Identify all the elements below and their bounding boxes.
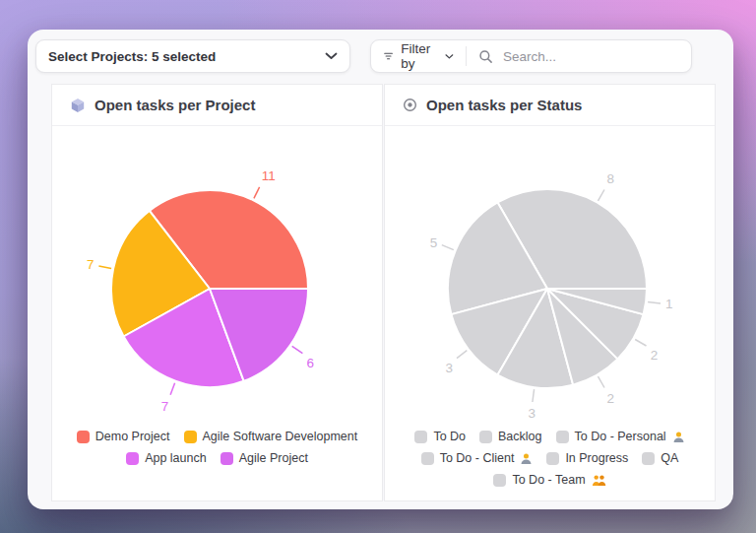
legend-item-agile-project[interactable]: Agile Project: [220, 451, 308, 465]
team-icon: [592, 474, 606, 487]
legend-item-in-progress[interactable]: In Progress: [546, 451, 628, 465]
pie-callout-line: [170, 383, 175, 395]
filter-by-button[interactable]: Filter by: [371, 40, 466, 72]
legend-swatch: [493, 474, 506, 487]
pie-callout-line: [98, 266, 111, 269]
legend-label: Agile Software Development: [203, 430, 358, 443]
status-radio-icon: [403, 98, 417, 112]
pie-chart-status: 8533221: [385, 126, 715, 428]
legend-item-agile-software-development[interactable]: Agile Software Development: [184, 430, 358, 443]
legend-label: Backlog: [498, 430, 541, 443]
pie-value-label: 2: [651, 348, 659, 363]
pie-value-label: 6: [307, 356, 315, 370]
person-emoji: [672, 431, 685, 443]
search-box: [467, 40, 691, 72]
projects-legend: Demo ProjectAgile Software DevelopmentAp…: [52, 428, 382, 465]
legend-swatch: [421, 452, 434, 465]
pie-value-label: 1: [665, 297, 673, 311]
pie-callout-line: [598, 376, 605, 387]
legend-label: To Do - Personal: [575, 430, 666, 443]
legend-label: To Do - Client: [440, 451, 515, 465]
pie-callout-line: [533, 389, 535, 402]
person-icon: [672, 431, 685, 443]
pie-value-label: 11: [262, 168, 276, 183]
filter-search-group: Filter by: [370, 39, 692, 73]
legend-label: Demo Project: [95, 430, 170, 443]
pie-callout-line: [457, 351, 467, 359]
card-open-tasks-per-status: Open tasks per Status 8533221 To DoBackl…: [384, 84, 716, 501]
legend-item-demo-project[interactable]: Demo Project: [77, 430, 170, 443]
pie-callout-line: [292, 346, 303, 353]
pie-value-label: 7: [161, 399, 169, 414]
team-emoji: [592, 474, 606, 487]
card-open-tasks-per-project: Open tasks per Project 11776 Demo Projec…: [51, 84, 383, 501]
legend-swatch: [184, 431, 197, 443]
status-legend: To DoBacklogTo Do - PersonalTo Do - Clie…: [385, 428, 715, 487]
pie-value-label: 5: [430, 235, 438, 250]
legend-swatch: [546, 452, 559, 465]
legend-label: App launch: [145, 451, 207, 465]
pie-callout-line: [254, 187, 260, 199]
legend-label: In Progress: [565, 451, 628, 465]
chevron-down-icon: [325, 52, 338, 60]
card-title: Open tasks per Status: [426, 97, 582, 113]
pie-value-label: 7: [87, 257, 94, 272]
legend-swatch: [414, 431, 427, 443]
card-header: Open tasks per Status: [385, 85, 715, 126]
legend-item-app-launch[interactable]: App launch: [126, 451, 207, 465]
legend-item-to-do[interactable]: To Do: [414, 430, 466, 443]
select-projects-dropdown[interactable]: Select Projects: 5 selected: [35, 39, 350, 73]
dashboard-window: Select Projects: 5 selected Filter by: [28, 30, 733, 509]
person-emoji: [520, 452, 533, 465]
legend-label: QA: [661, 451, 678, 465]
search-input[interactable]: [501, 48, 679, 65]
card-title: Open tasks per Project: [94, 97, 255, 113]
cube-icon: [70, 98, 86, 113]
pie-value-label: 2: [607, 391, 615, 406]
search-icon: [478, 49, 493, 64]
legend-label: To Do: [433, 430, 466, 443]
legend-item-to-do-team[interactable]: To Do - Team: [493, 473, 605, 487]
legend-swatch: [479, 431, 492, 443]
legend-item-to-do-personal[interactable]: To Do - Personal: [556, 430, 685, 443]
legend-swatch: [77, 431, 90, 443]
select-projects-label: Select Projects: 5 selected: [48, 49, 216, 64]
pie-callout-line: [442, 245, 454, 250]
pie-callout-line: [648, 301, 661, 303]
pie-value-label: 8: [607, 171, 615, 186]
legend-label: To Do - Team: [512, 473, 585, 487]
legend-swatch: [556, 431, 569, 443]
chevron-down-icon: [445, 53, 454, 60]
legend-swatch: [220, 452, 233, 465]
pie-callout-line: [635, 340, 646, 347]
person-icon: [520, 452, 533, 465]
pie-value-label: 3: [528, 406, 536, 421]
legend-swatch: [126, 452, 139, 465]
legend-item-backlog[interactable]: Backlog: [479, 430, 541, 443]
pie-callout-line: [598, 190, 605, 201]
pie-value-label: 3: [445, 361, 453, 375]
legend-swatch: [642, 452, 655, 465]
card-header: Open tasks per Project: [52, 85, 382, 126]
filter-by-label: Filter by: [401, 41, 438, 71]
filter-icon: [383, 49, 394, 63]
legend-item-to-do-client[interactable]: To Do - Client: [421, 451, 534, 465]
legend-label: Agile Project: [239, 451, 308, 465]
legend-item-qa[interactable]: QA: [642, 451, 678, 465]
pie-chart-projects: 11776: [52, 126, 382, 428]
